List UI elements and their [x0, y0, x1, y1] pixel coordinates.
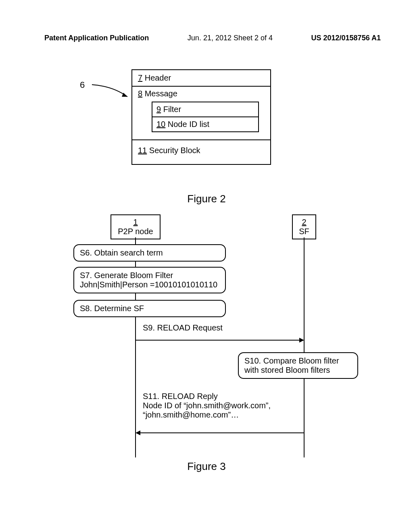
- figure3-s9-label: S9. RELOAD Request: [143, 323, 296, 332]
- figure2-nodelist-text: Node ID list: [165, 120, 209, 129]
- figure2-security-text: Security Block: [147, 146, 200, 155]
- figure2-header-field: 7 Header: [132, 70, 270, 87]
- figure3-sf-label: SF: [299, 227, 309, 236]
- figure2-filter-text: Filter: [161, 105, 181, 114]
- figure3-p2p-label: P2P node: [118, 227, 153, 236]
- figure2-nodelist-field: 10 Node ID list: [152, 117, 258, 131]
- figure3-step-s10: S10. Compare Bloom filter with stored Bl…: [238, 352, 358, 379]
- figure2-filter-ref: 9: [156, 105, 161, 114]
- figure3-s11-label: S11. RELOAD Reply Node ID of “john.smith…: [143, 392, 304, 420]
- figure3-step-s7: S7. Generate Bloom Filter John|Smith|Per…: [73, 267, 226, 293]
- figure2-caption: Figure 2: [0, 193, 413, 205]
- figure2-inner-container: 9 Filter 10 Node ID list: [152, 102, 259, 132]
- figure3-s7-line1: S7. Generate Bloom Filter: [80, 271, 219, 280]
- figure3-step-s8: S8. Determine SF: [73, 300, 226, 317]
- figure2-nodelist-ref: 10: [156, 120, 165, 129]
- publication-number: US 2012/0158756 A1: [311, 34, 381, 42]
- publication-date-sheet: Jun. 21, 2012 Sheet 2 of 4: [188, 34, 273, 42]
- figure2-arrow: [90, 83, 135, 100]
- figure2-container: 7 Header 8 Message 9 Filter 10 Node ID l…: [131, 69, 271, 165]
- svg-marker-2: [299, 338, 304, 343]
- figure3-s6-text: S6. Obtain search term: [80, 248, 163, 257]
- figure3-s11-arrow: [136, 429, 306, 437]
- figure3-s11-line2: Node ID of “john.smith@work.com”,: [143, 401, 304, 410]
- figure3-s11-line3: “john.smith@home.com”…: [143, 410, 304, 420]
- figure2-filter-field: 9 Filter: [152, 102, 258, 117]
- svg-marker-4: [136, 430, 140, 435]
- figure2-header-ref: 7: [138, 73, 142, 82]
- figure2-security-ref: 11: [138, 146, 147, 155]
- figure2-message-text: Message: [142, 89, 177, 98]
- figure3-s10-line1: S10. Compare Bloom filter: [244, 356, 352, 366]
- figure2-message-field: 8 Message 9 Filter 10 Node ID list: [132, 87, 270, 140]
- figure3-s9-arrow: [136, 336, 306, 344]
- figure2-header-text: Header: [142, 73, 171, 82]
- figure3-p2p-ref: 1: [115, 218, 156, 227]
- figure3-sf-lifeline: [304, 237, 305, 457]
- figure3-sequence-diagram: 1 P2P node 2 SF S6. Obtain search term S…: [68, 214, 358, 456]
- figure3-sf-node: 2 SF: [292, 214, 316, 239]
- figure3-sf-ref: 2: [296, 218, 312, 227]
- figure2-message-structure: 7 Header 8 Message 9 Filter 10 Node ID l…: [131, 69, 271, 165]
- figure3-s11-line1: S11. RELOAD Reply: [143, 392, 304, 401]
- figure2-pointer-six-label: 6: [80, 80, 85, 90]
- figure2-security-field: 11 Security Block: [132, 140, 270, 164]
- page-header: Patent Application Publication Jun. 21, …: [0, 0, 413, 42]
- figure3-p2p-node: 1 P2P node: [111, 214, 161, 239]
- figure3-step-s6: S6. Obtain search term: [73, 244, 226, 262]
- figure3-caption: Figure 3: [0, 460, 413, 473]
- publication-title: Patent Application Publication: [44, 34, 149, 42]
- figure2-message-ref: 8: [138, 89, 142, 98]
- figure3-s10-line2: with stored Bloom filters: [244, 366, 352, 375]
- figure2-message-label: 8 Message: [132, 87, 270, 102]
- figure3-s7-line2: John|Smith|Person =10010101010110: [80, 280, 219, 289]
- figure3-s8-text: S8. Determine SF: [80, 304, 144, 313]
